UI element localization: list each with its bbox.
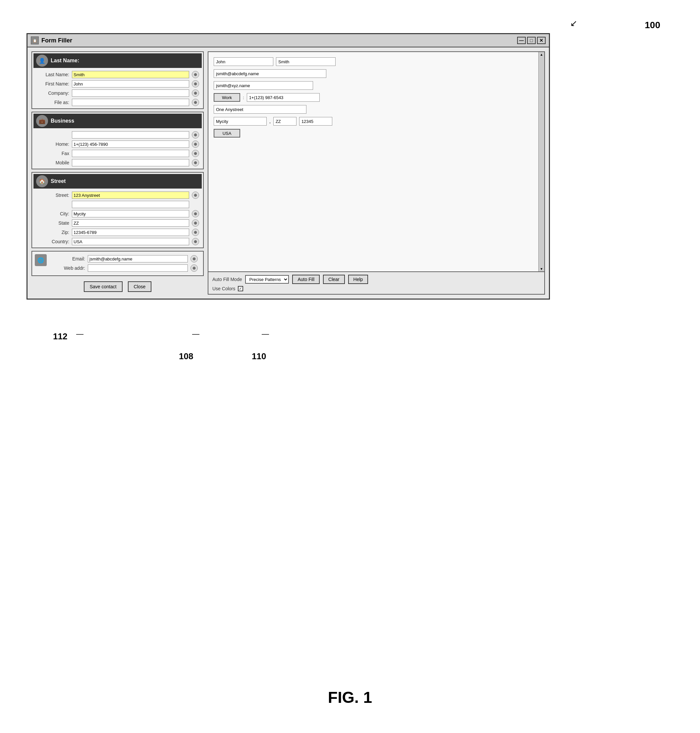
restore-button[interactable]: □: [527, 37, 536, 44]
webaddr-input[interactable]: [88, 265, 188, 272]
street-row: Street: ⊕: [34, 191, 202, 200]
right-email1-row: [214, 69, 533, 78]
mobile-icon[interactable]: ⊕: [192, 159, 199, 166]
clear-button[interactable]: Clear: [323, 275, 344, 284]
email-row: Email: ⊕: [49, 254, 200, 263]
auto-fill-button[interactable]: Auto Fill: [292, 275, 320, 284]
company-label: Company:: [36, 90, 69, 96]
save-contact-button[interactable]: Save contact: [84, 281, 122, 292]
right-phone-row: :: [214, 93, 533, 102]
city-label: City:: [36, 211, 69, 216]
scroll-up-arrow[interactable]: ▲: [540, 53, 543, 56]
fax-row: Fax ⊕: [34, 149, 202, 158]
webaddr-icon[interactable]: ⊕: [191, 265, 198, 272]
right-address1-input[interactable]: [214, 105, 306, 114]
right-city-input[interactable]: [214, 117, 267, 126]
street-icon[interactable]: ⊕: [192, 191, 199, 199]
mode-select[interactable]: Precise Patterns: [245, 275, 289, 284]
business-section-label: Business: [51, 118, 74, 124]
right-phone-input[interactable]: [247, 93, 320, 102]
lastname-icon[interactable]: ⊕: [192, 71, 199, 78]
scrollbar[interactable]: ▲ ▼: [538, 52, 544, 271]
city-icon[interactable]: ⊕: [192, 210, 199, 217]
auto-fill-bar: Auto Fill Mode Precise Patterns Auto Fil…: [212, 275, 540, 284]
right-work-label[interactable]: [214, 93, 240, 102]
fax-icon[interactable]: ⊕: [192, 150, 199, 157]
callout-108-dash: —: [192, 330, 199, 339]
zip-label: Zip:: [36, 230, 69, 235]
right-email1-input[interactable]: [214, 69, 326, 78]
right-email2-input[interactable]: [214, 81, 313, 90]
home-icon: 🏠: [36, 175, 48, 187]
app-icon: 📋: [31, 37, 39, 44]
right-zip-input[interactable]: [299, 117, 332, 126]
name-section: 👤 Last Name: Last Name: ⊕ First Name: ⊕: [31, 52, 204, 109]
company-row: Company: ⊕: [34, 88, 202, 98]
main-window: 📋 Form Filler — □ ✕ 👤 Last Name: Last Na…: [26, 33, 550, 300]
help-button[interactable]: Help: [348, 275, 368, 284]
ref-100-label: 100: [645, 20, 660, 31]
right-firstname-input[interactable]: [214, 57, 273, 66]
mobile-input[interactable]: [72, 159, 189, 166]
email-icon: 🌐: [35, 254, 47, 266]
business-header-icon[interactable]: ⊕: [192, 131, 199, 138]
lastname-input[interactable]: [72, 71, 189, 78]
right-panel: : ,: [208, 52, 545, 294]
right-lastname-input[interactable]: [276, 57, 335, 66]
minimize-button[interactable]: —: [517, 37, 526, 44]
left-panel: 👤 Last Name: Last Name: ⊕ First Name: ⊕: [31, 52, 204, 294]
city-input[interactable]: [72, 210, 189, 217]
callout-112: 112: [53, 331, 67, 341]
right-state-input[interactable]: [273, 117, 297, 126]
use-colors-bar: Use Colors ✓: [212, 286, 540, 291]
right-address1-row: [214, 105, 533, 114]
fileas-icon[interactable]: ⊕: [192, 99, 199, 106]
mobile-row: Mobile ⊕: [34, 158, 202, 167]
ref-100-arrow: ↙: [570, 18, 578, 28]
business-header-row: ⊕: [34, 130, 202, 140]
street-section-header: 🏠 Street: [34, 174, 202, 188]
right-email2-row: [214, 81, 533, 90]
right-country-input[interactable]: [214, 129, 240, 137]
firstname-row: First Name: ⊕: [34, 79, 202, 88]
street-section-label: Street: [51, 178, 66, 184]
use-colors-checkbox[interactable]: ✓: [238, 286, 243, 291]
name-section-label: Last Name:: [51, 57, 79, 63]
country-icon[interactable]: ⊕: [192, 238, 199, 245]
fax-input[interactable]: [72, 150, 189, 157]
country-input[interactable]: [72, 238, 189, 245]
scroll-down-arrow[interactable]: ▼: [540, 267, 543, 271]
fileas-input[interactable]: [72, 99, 189, 106]
left-bottom-buttons: Save contact Close: [31, 279, 204, 294]
zip-icon[interactable]: ⊕: [192, 229, 199, 236]
close-button-left[interactable]: Close: [128, 281, 152, 292]
callout-110: 110: [252, 351, 266, 362]
zip-input[interactable]: [72, 229, 189, 236]
close-button[interactable]: ✕: [537, 37, 546, 44]
company-icon[interactable]: ⊕: [192, 90, 199, 97]
state-row: State ⊕: [34, 218, 202, 228]
home-phone-input[interactable]: [72, 140, 189, 148]
state-input[interactable]: [72, 219, 189, 227]
email-section: 🌐 Email: ⊕ Web addr: ⊕: [31, 251, 204, 276]
title-bar: 📋 Form Filler — □ ✕: [28, 34, 549, 47]
business-header-input[interactable]: [72, 131, 189, 138]
firstname-input[interactable]: [72, 80, 189, 87]
email-input[interactable]: [88, 255, 188, 262]
auto-fill-mode-label: Auto Fill Mode: [212, 277, 242, 282]
firstname-icon[interactable]: ⊕: [192, 80, 199, 87]
street-input[interactable]: [72, 191, 189, 199]
state-icon[interactable]: ⊕: [192, 219, 199, 227]
fig-title: FIG. 1: [328, 688, 372, 707]
company-input[interactable]: [72, 90, 189, 97]
comma-separator: ,: [269, 119, 271, 124]
fileas-label: File as:: [36, 100, 69, 105]
street2-input[interactable]: [72, 201, 189, 208]
email-field-icon[interactable]: ⊕: [191, 255, 198, 262]
state-label: State: [36, 220, 69, 226]
right-bottom-bar: Auto Fill Mode Precise Patterns Auto Fil…: [208, 271, 544, 294]
window-content: 👤 Last Name: Last Name: ⊕ First Name: ⊕: [28, 47, 549, 299]
right-scroll-area: : ,: [208, 52, 538, 271]
home-phone-icon[interactable]: ⊕: [192, 140, 199, 148]
mobile-label: Mobile: [36, 160, 69, 165]
